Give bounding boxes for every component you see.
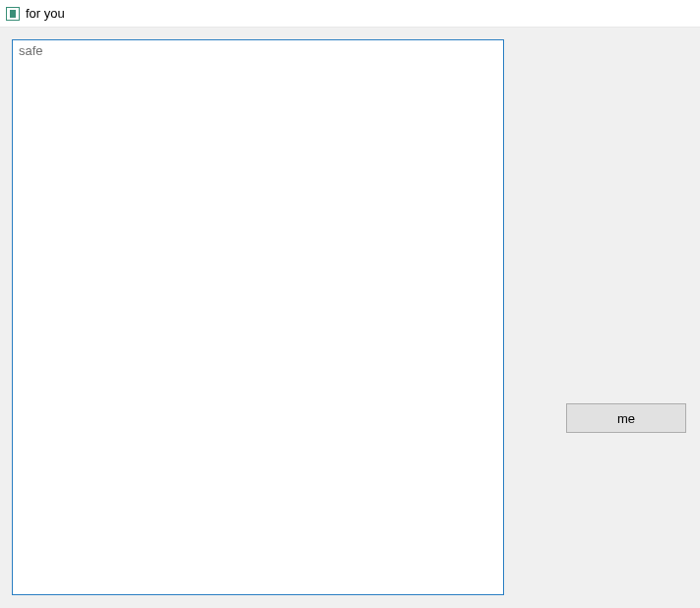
- app-icon: [6, 7, 20, 21]
- window-title: for you: [26, 6, 65, 21]
- me-button[interactable]: me: [566, 403, 686, 433]
- title-bar: for you: [0, 0, 700, 28]
- main-textarea[interactable]: [12, 39, 504, 595]
- client-area: me: [0, 28, 700, 608]
